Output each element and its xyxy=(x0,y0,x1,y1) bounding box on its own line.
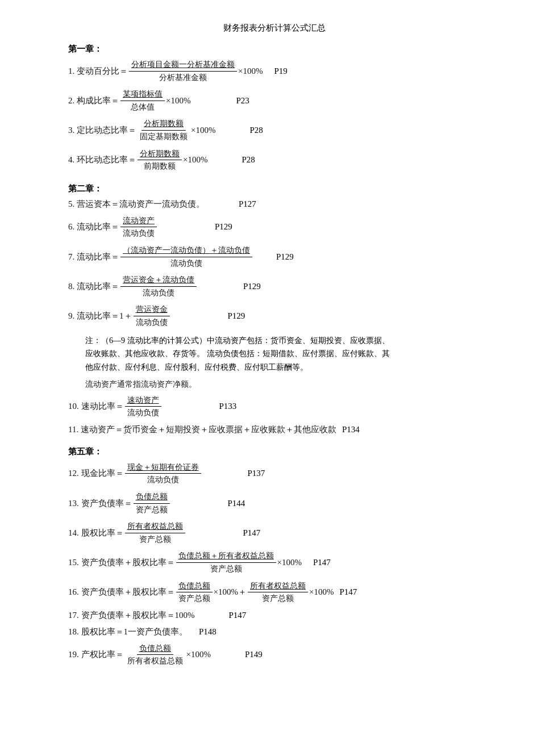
formula-12-denominator: 流动负债 xyxy=(145,474,181,486)
formula-16-label: 16. 资产负债率＋股权比率＝ xyxy=(68,587,175,598)
formula-13: 13. 资产负债率＝ 负债总额 资产总额 P144 xyxy=(68,491,480,515)
formula-13-fraction: 负债总额 资产总额 xyxy=(134,491,170,515)
formula-13-denominator: 资产总额 xyxy=(134,504,170,516)
formula-6-fraction: 流动资产 流动负债 xyxy=(120,215,157,239)
formula-9-page: P129 xyxy=(228,311,245,321)
formula-4-fraction: 分析期数额 前期数额 xyxy=(138,148,182,172)
formula-5: 5. 营运资本＝流动资产一流动负债。 P127 xyxy=(68,199,480,210)
formula-7-denominator: 流动负债 xyxy=(168,257,205,269)
page-title: 财务报表分析计算公式汇总 xyxy=(68,23,480,34)
formula-11-label: 11. 速动资产＝货币资金＋短期投资＋应收票据＋应收账款＋其他应收款 xyxy=(68,424,336,435)
formula-16-page: P147 xyxy=(339,587,357,597)
formula-18: 18. 股权比率＝1一资产负债率。 P148 xyxy=(68,626,480,637)
formula-16-numerator2: 所有者权益总额 xyxy=(248,580,308,593)
note-current-assets: 流动资产通常指流动资产净额。 xyxy=(85,378,480,391)
formula-16-mid: ×100%＋ xyxy=(214,587,247,598)
formula-19-numerator: 负债总额 xyxy=(137,643,173,655)
formula-14: 14. 股权比率＝ 所有者权益总额 资产总额 P147 xyxy=(68,521,480,545)
formula-15-suffix: ×100% xyxy=(277,558,302,567)
formula-9-label: 9. 流动比率＝1＋ xyxy=(68,311,132,321)
formula-7-label: 7. 流动比率＝ xyxy=(68,252,119,262)
chapter-2-heading: 第二章： xyxy=(68,183,480,194)
formula-18-page: P148 xyxy=(199,627,217,637)
formula-15: 15. 资产负债率＋股权比率＝ 负债总额＋所有者权益总额 资产总额 ×100% … xyxy=(68,550,480,574)
formula-10-denominator: 流动负债 xyxy=(125,407,161,419)
formula-3: 3. 定比动态比率＝ 分析期数额 固定基期数额 ×100% P28 xyxy=(68,118,480,142)
formula-19-denominator: 所有者权益总额 xyxy=(125,655,185,667)
formula-6-numerator: 流动资产 xyxy=(120,215,157,228)
formula-1-numerator: 分析项目金额一分析基准金额 xyxy=(129,59,237,72)
formula-12-fraction: 现金＋短期有价证券 流动负债 xyxy=(125,462,201,486)
formula-3-page: P28 xyxy=(249,126,263,135)
formula-10: 10. 速动比率＝ 速动资产 流动负债 P133 xyxy=(68,395,480,419)
formula-9: 9. 流动比率＝1＋ 营运资金 流动负债 P129 xyxy=(68,304,480,328)
formula-8-label: 8. 流动比率＝ xyxy=(68,281,119,292)
formula-10-numerator: 速动资产 xyxy=(125,395,161,407)
formula-6-page: P129 xyxy=(215,222,232,232)
formula-9-denominator: 流动负债 xyxy=(134,316,170,328)
formula-4-denominator: 前期数额 xyxy=(141,160,178,172)
formula-10-page: P133 xyxy=(219,402,237,411)
formula-6-label: 6. 流动比率＝ xyxy=(68,222,119,232)
formula-4-numerator: 分析期数额 xyxy=(138,148,182,161)
chapter-5-heading: 第五章： xyxy=(68,446,480,457)
formula-19-fraction: 负债总额 所有者权益总额 xyxy=(125,643,185,667)
formula-17: 17. 资产负债率＋股权比率＝100% P147 xyxy=(68,610,480,621)
formula-15-fraction: 负债总额＋所有者权益总额 资产总额 xyxy=(176,550,276,574)
formula-5-page: P127 xyxy=(239,199,256,209)
formula-13-label: 13. 资产负债率＝ xyxy=(68,498,132,509)
formula-9-numerator: 营运资金 xyxy=(134,304,170,316)
formula-8-fraction: 营运资金＋流动负债 流动负债 xyxy=(120,274,197,298)
formula-5-label: 5. 营运资本＝流动资产一流动负债。 xyxy=(68,199,205,210)
formula-12-numerator: 现金＋短期有价证券 xyxy=(125,462,201,474)
formula-1-fraction: 分析项目金额一分析基准金额 分析基准金额 xyxy=(129,59,237,83)
formula-2-fraction: 某项指标值 总体值 xyxy=(120,89,165,112)
formula-3-denominator: 固定基期数额 xyxy=(138,131,190,143)
formula-15-page: P147 xyxy=(313,558,331,567)
formula-19: 19. 产权比率＝ 负债总额 所有者权益总额 ×100% P149 xyxy=(68,643,480,667)
formula-19-suffix: ×100% xyxy=(186,650,211,659)
formula-11: 11. 速动资产＝货币资金＋短期投资＋应收票据＋应收账款＋其他应收款 P134 xyxy=(68,424,480,435)
formula-6: 6. 流动比率＝ 流动资产 流动负债 P129 xyxy=(68,215,480,239)
formula-17-page: P147 xyxy=(229,611,247,620)
formula-1-label: 1. 变动百分比＝ xyxy=(68,66,128,77)
formula-6-denominator: 流动负债 xyxy=(120,227,157,239)
formula-2-denominator: 总体值 xyxy=(128,101,157,113)
formula-3-label: 3. 定比动态比率＝ xyxy=(68,125,136,136)
chapter-1-heading: 第一章： xyxy=(68,44,480,55)
formula-14-denominator: 资产总额 xyxy=(137,533,173,545)
formula-17-label: 17. 资产负债率＋股权比率＝100% xyxy=(68,610,195,621)
formula-4-label: 4. 环比动态比率＝ xyxy=(68,154,136,165)
formula-16-denominator1: 资产总额 xyxy=(176,592,213,604)
formula-4-suffix: ×100% xyxy=(183,155,207,165)
formula-1: 1. 变动百分比＝ 分析项目金额一分析基准金额 分析基准金额 ×100% P19 xyxy=(68,59,480,83)
formula-14-page: P147 xyxy=(243,528,261,538)
formula-7-fraction: （流动资产一流动负债）＋流动负债 流动负债 xyxy=(120,245,252,269)
formula-3-fraction: 分析期数额 固定基期数额 xyxy=(138,118,190,142)
formula-15-label: 15. 资产负债率＋股权比率＝ xyxy=(68,557,175,568)
formula-1-suffix: ×100% xyxy=(238,66,263,76)
formula-9-fraction: 营运资金 流动负债 xyxy=(134,304,170,328)
formula-10-fraction: 速动资产 流动负债 xyxy=(125,395,161,419)
formula-7-numerator: （流动资产一流动负债）＋流动负债 xyxy=(120,245,252,257)
formula-18-label: 18. 股权比率＝1一资产负债率。 xyxy=(68,626,188,637)
formula-8: 8. 流动比率＝ 营运资金＋流动负债 流动负债 P129 xyxy=(68,274,480,298)
formula-15-numerator: 负债总额＋所有者权益总额 xyxy=(176,550,276,563)
formula-7-page: P129 xyxy=(276,252,294,262)
formula-15-denominator: 资产总额 xyxy=(208,563,244,575)
formula-19-page: P149 xyxy=(245,650,263,659)
formula-2-suffix: ×100% xyxy=(166,96,190,106)
formula-12-page: P137 xyxy=(248,469,265,478)
formula-7: 7. 流动比率＝ （流动资产一流动负债）＋流动负债 流动负债 P129 xyxy=(68,245,480,269)
formula-14-numerator: 所有者权益总额 xyxy=(125,521,185,533)
formula-3-suffix: ×100% xyxy=(191,126,215,135)
formula-13-numerator: 负债总额 xyxy=(134,491,170,504)
formula-16-numerator1: 负债总额 xyxy=(176,580,213,593)
formula-14-fraction: 所有者权益总额 资产总额 xyxy=(125,521,185,545)
formula-1-page: P19 xyxy=(274,66,287,76)
formula-16-fraction1: 负债总额 资产总额 xyxy=(176,580,213,604)
formula-4: 4. 环比动态比率＝ 分析期数额 前期数额 ×100% P28 xyxy=(68,148,480,172)
formula-8-page: P129 xyxy=(243,282,261,291)
formula-13-page: P144 xyxy=(228,499,245,508)
formula-2-numerator: 某项指标值 xyxy=(120,89,165,101)
